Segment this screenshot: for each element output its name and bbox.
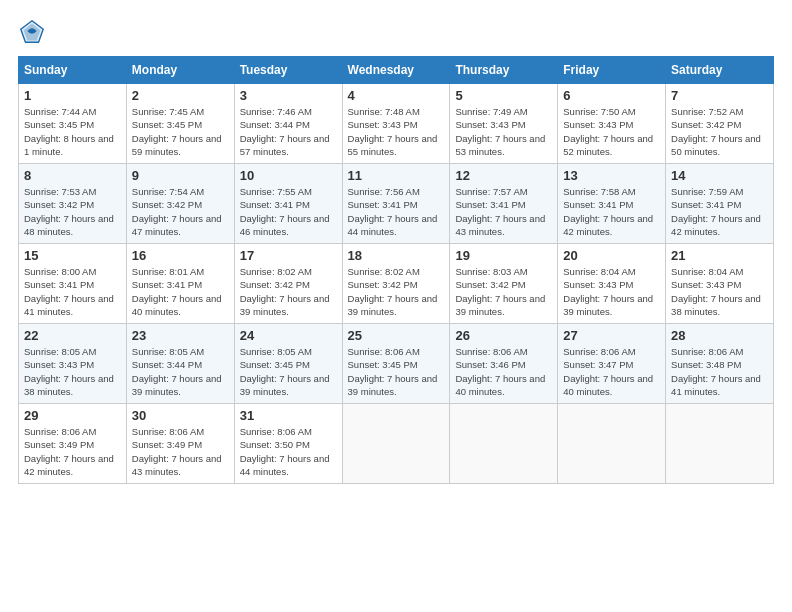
calendar-cell: 5Sunrise: 7:49 AMSunset: 3:43 PMDaylight… (450, 84, 558, 164)
day-detail: Sunrise: 7:59 AMSunset: 3:41 PMDaylight:… (671, 185, 768, 238)
calendar-cell: 10Sunrise: 7:55 AMSunset: 3:41 PMDayligh… (234, 164, 342, 244)
weekday-header-saturday: Saturday (666, 57, 774, 84)
calendar-cell: 11Sunrise: 7:56 AMSunset: 3:41 PMDayligh… (342, 164, 450, 244)
logo (18, 18, 50, 46)
day-number: 11 (348, 168, 445, 183)
day-number: 24 (240, 328, 337, 343)
calendar-cell: 22Sunrise: 8:05 AMSunset: 3:43 PMDayligh… (19, 324, 127, 404)
logo-icon (18, 18, 46, 46)
calendar-cell (450, 404, 558, 484)
calendar-cell: 2Sunrise: 7:45 AMSunset: 3:45 PMDaylight… (126, 84, 234, 164)
calendar-week-2: 8Sunrise: 7:53 AMSunset: 3:42 PMDaylight… (19, 164, 774, 244)
page: SundayMondayTuesdayWednesdayThursdayFrid… (0, 0, 792, 494)
header-area (18, 18, 774, 46)
calendar-cell: 18Sunrise: 8:02 AMSunset: 3:42 PMDayligh… (342, 244, 450, 324)
day-detail: Sunrise: 8:06 AMSunset: 3:49 PMDaylight:… (24, 425, 121, 478)
day-number: 9 (132, 168, 229, 183)
day-number: 20 (563, 248, 660, 263)
day-detail: Sunrise: 8:06 AMSunset: 3:46 PMDaylight:… (455, 345, 552, 398)
calendar-week-3: 15Sunrise: 8:00 AMSunset: 3:41 PMDayligh… (19, 244, 774, 324)
day-number: 15 (24, 248, 121, 263)
calendar-week-1: 1Sunrise: 7:44 AMSunset: 3:45 PMDaylight… (19, 84, 774, 164)
weekday-header-row: SundayMondayTuesdayWednesdayThursdayFrid… (19, 57, 774, 84)
day-detail: Sunrise: 8:00 AMSunset: 3:41 PMDaylight:… (24, 265, 121, 318)
calendar-cell: 23Sunrise: 8:05 AMSunset: 3:44 PMDayligh… (126, 324, 234, 404)
day-number: 5 (455, 88, 552, 103)
calendar-cell: 3Sunrise: 7:46 AMSunset: 3:44 PMDaylight… (234, 84, 342, 164)
day-number: 14 (671, 168, 768, 183)
calendar-cell: 26Sunrise: 8:06 AMSunset: 3:46 PMDayligh… (450, 324, 558, 404)
day-number: 19 (455, 248, 552, 263)
calendar-cell: 7Sunrise: 7:52 AMSunset: 3:42 PMDaylight… (666, 84, 774, 164)
day-detail: Sunrise: 8:06 AMSunset: 3:50 PMDaylight:… (240, 425, 337, 478)
day-detail: Sunrise: 8:02 AMSunset: 3:42 PMDaylight:… (240, 265, 337, 318)
day-detail: Sunrise: 7:57 AMSunset: 3:41 PMDaylight:… (455, 185, 552, 238)
day-number: 13 (563, 168, 660, 183)
day-detail: Sunrise: 7:55 AMSunset: 3:41 PMDaylight:… (240, 185, 337, 238)
day-detail: Sunrise: 7:48 AMSunset: 3:43 PMDaylight:… (348, 105, 445, 158)
day-detail: Sunrise: 8:05 AMSunset: 3:44 PMDaylight:… (132, 345, 229, 398)
day-detail: Sunrise: 7:54 AMSunset: 3:42 PMDaylight:… (132, 185, 229, 238)
calendar-cell (558, 404, 666, 484)
calendar-cell: 19Sunrise: 8:03 AMSunset: 3:42 PMDayligh… (450, 244, 558, 324)
calendar-week-5: 29Sunrise: 8:06 AMSunset: 3:49 PMDayligh… (19, 404, 774, 484)
day-number: 10 (240, 168, 337, 183)
day-number: 1 (24, 88, 121, 103)
day-number: 22 (24, 328, 121, 343)
weekday-header-tuesday: Tuesday (234, 57, 342, 84)
calendar-cell: 29Sunrise: 8:06 AMSunset: 3:49 PMDayligh… (19, 404, 127, 484)
day-number: 4 (348, 88, 445, 103)
calendar-cell: 27Sunrise: 8:06 AMSunset: 3:47 PMDayligh… (558, 324, 666, 404)
day-number: 29 (24, 408, 121, 423)
day-detail: Sunrise: 8:06 AMSunset: 3:48 PMDaylight:… (671, 345, 768, 398)
day-detail: Sunrise: 7:46 AMSunset: 3:44 PMDaylight:… (240, 105, 337, 158)
day-detail: Sunrise: 8:01 AMSunset: 3:41 PMDaylight:… (132, 265, 229, 318)
day-detail: Sunrise: 8:06 AMSunset: 3:47 PMDaylight:… (563, 345, 660, 398)
day-detail: Sunrise: 8:06 AMSunset: 3:45 PMDaylight:… (348, 345, 445, 398)
calendar-cell: 12Sunrise: 7:57 AMSunset: 3:41 PMDayligh… (450, 164, 558, 244)
day-detail: Sunrise: 7:58 AMSunset: 3:41 PMDaylight:… (563, 185, 660, 238)
day-number: 17 (240, 248, 337, 263)
calendar-cell: 8Sunrise: 7:53 AMSunset: 3:42 PMDaylight… (19, 164, 127, 244)
calendar-cell: 30Sunrise: 8:06 AMSunset: 3:49 PMDayligh… (126, 404, 234, 484)
day-detail: Sunrise: 7:50 AMSunset: 3:43 PMDaylight:… (563, 105, 660, 158)
calendar-cell: 20Sunrise: 8:04 AMSunset: 3:43 PMDayligh… (558, 244, 666, 324)
day-number: 6 (563, 88, 660, 103)
calendar-cell: 13Sunrise: 7:58 AMSunset: 3:41 PMDayligh… (558, 164, 666, 244)
calendar-cell: 1Sunrise: 7:44 AMSunset: 3:45 PMDaylight… (19, 84, 127, 164)
day-number: 25 (348, 328, 445, 343)
day-number: 18 (348, 248, 445, 263)
calendar-cell: 31Sunrise: 8:06 AMSunset: 3:50 PMDayligh… (234, 404, 342, 484)
day-detail: Sunrise: 8:02 AMSunset: 3:42 PMDaylight:… (348, 265, 445, 318)
day-detail: Sunrise: 7:45 AMSunset: 3:45 PMDaylight:… (132, 105, 229, 158)
day-detail: Sunrise: 8:06 AMSunset: 3:49 PMDaylight:… (132, 425, 229, 478)
calendar-cell: 17Sunrise: 8:02 AMSunset: 3:42 PMDayligh… (234, 244, 342, 324)
day-number: 3 (240, 88, 337, 103)
calendar-cell: 14Sunrise: 7:59 AMSunset: 3:41 PMDayligh… (666, 164, 774, 244)
weekday-header-friday: Friday (558, 57, 666, 84)
day-number: 16 (132, 248, 229, 263)
day-detail: Sunrise: 7:44 AMSunset: 3:45 PMDaylight:… (24, 105, 121, 158)
calendar-table: SundayMondayTuesdayWednesdayThursdayFrid… (18, 56, 774, 484)
day-number: 7 (671, 88, 768, 103)
day-detail: Sunrise: 7:56 AMSunset: 3:41 PMDaylight:… (348, 185, 445, 238)
day-detail: Sunrise: 8:04 AMSunset: 3:43 PMDaylight:… (563, 265, 660, 318)
day-detail: Sunrise: 7:52 AMSunset: 3:42 PMDaylight:… (671, 105, 768, 158)
calendar-cell (666, 404, 774, 484)
calendar-cell: 24Sunrise: 8:05 AMSunset: 3:45 PMDayligh… (234, 324, 342, 404)
calendar-cell: 16Sunrise: 8:01 AMSunset: 3:41 PMDayligh… (126, 244, 234, 324)
day-detail: Sunrise: 8:04 AMSunset: 3:43 PMDaylight:… (671, 265, 768, 318)
calendar-cell: 15Sunrise: 8:00 AMSunset: 3:41 PMDayligh… (19, 244, 127, 324)
day-number: 30 (132, 408, 229, 423)
day-number: 31 (240, 408, 337, 423)
day-number: 2 (132, 88, 229, 103)
weekday-header-sunday: Sunday (19, 57, 127, 84)
day-detail: Sunrise: 8:03 AMSunset: 3:42 PMDaylight:… (455, 265, 552, 318)
weekday-header-monday: Monday (126, 57, 234, 84)
day-number: 23 (132, 328, 229, 343)
calendar-week-4: 22Sunrise: 8:05 AMSunset: 3:43 PMDayligh… (19, 324, 774, 404)
calendar-cell: 28Sunrise: 8:06 AMSunset: 3:48 PMDayligh… (666, 324, 774, 404)
calendar-cell: 6Sunrise: 7:50 AMSunset: 3:43 PMDaylight… (558, 84, 666, 164)
calendar-cell: 25Sunrise: 8:06 AMSunset: 3:45 PMDayligh… (342, 324, 450, 404)
calendar-cell: 4Sunrise: 7:48 AMSunset: 3:43 PMDaylight… (342, 84, 450, 164)
